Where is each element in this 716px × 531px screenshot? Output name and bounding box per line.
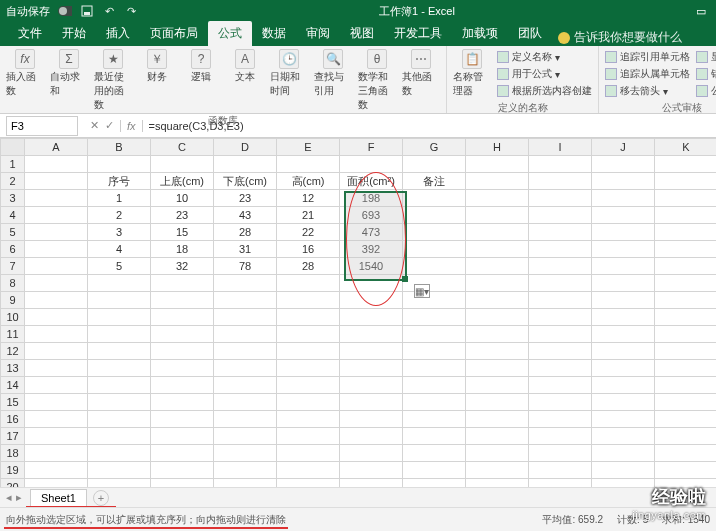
sheet-tab[interactable]: Sheet1 [30, 489, 87, 506]
sheet-nav-prev-icon[interactable]: ◂ [6, 491, 12, 504]
cell[interactable]: 上底(cm) [151, 173, 214, 190]
row-header[interactable]: 3 [1, 190, 25, 207]
fx-label-icon[interactable]: fx [120, 120, 143, 132]
col-header-K[interactable]: K [655, 139, 717, 156]
cancel-icon[interactable]: ✕ [90, 119, 99, 132]
row-header[interactable]: 10 [1, 309, 25, 326]
tab-addins[interactable]: 加载项 [452, 21, 508, 46]
cell[interactable]: 392 [340, 241, 403, 258]
tab-data[interactable]: 数据 [252, 21, 296, 46]
row-header[interactable]: 17 [1, 428, 25, 445]
autosave-toggle[interactable]: 自动保存 [6, 4, 50, 19]
autofill-options-button[interactable]: ▦▾ [414, 284, 430, 298]
trace-precedents-button[interactable]: 追踪引用单元格 [605, 49, 690, 65]
row-header[interactable]: 12 [1, 343, 25, 360]
tab-team[interactable]: 团队 [508, 21, 552, 46]
cell[interactable]: 4 [88, 241, 151, 258]
create-from-selection-button[interactable]: 根据所选内容创建 [497, 83, 592, 99]
row-header[interactable]: 18 [1, 445, 25, 462]
col-header-H[interactable]: H [466, 139, 529, 156]
cell[interactable]: 78 [214, 258, 277, 275]
tab-view[interactable]: 视图 [340, 21, 384, 46]
save-icon[interactable] [80, 4, 94, 18]
tab-home[interactable]: 开始 [52, 21, 96, 46]
cell[interactable]: 10 [151, 190, 214, 207]
row-header[interactable]: 16 [1, 411, 25, 428]
tab-pagelayout[interactable]: 页面布局 [140, 21, 208, 46]
cell[interactable]: 23 [151, 207, 214, 224]
row-header[interactable]: 15 [1, 394, 25, 411]
row-header[interactable]: 13 [1, 360, 25, 377]
cell[interactable]: 下底(cm) [214, 173, 277, 190]
tab-file[interactable]: 文件 [8, 21, 52, 46]
trace-dependents-button[interactable]: 追踪从属单元格 [605, 66, 690, 82]
enter-icon[interactable]: ✓ [105, 119, 114, 132]
ribbon-options-icon[interactable]: ▭ [696, 5, 706, 18]
cell[interactable]: 18 [151, 241, 214, 258]
row-header[interactable]: 4 [1, 207, 25, 224]
col-header-B[interactable]: B [88, 139, 151, 156]
cell[interactable]: 12 [277, 190, 340, 207]
cell[interactable]: 3 [88, 224, 151, 241]
col-header-G[interactable]: G [403, 139, 466, 156]
col-header-D[interactable]: D [214, 139, 277, 156]
tell-me[interactable]: 告诉我你想要做什么 [558, 29, 682, 46]
cell[interactable]: 1 [88, 190, 151, 207]
use-in-formula-button[interactable]: 用于公式 ▾ [497, 66, 592, 82]
insert-function-button[interactable]: fx插入函数 [6, 49, 44, 98]
col-header-E[interactable]: E [277, 139, 340, 156]
new-sheet-button[interactable]: + [93, 490, 109, 506]
tab-developer[interactable]: 开发工具 [384, 21, 452, 46]
formula-input[interactable]: =square(C3,D3,E3) [143, 120, 716, 132]
cell[interactable]: 5 [88, 258, 151, 275]
cell[interactable]: 28 [214, 224, 277, 241]
cell[interactable]: 序号 [88, 173, 151, 190]
cell[interactable]: 198 [340, 190, 403, 207]
more-fn-button[interactable]: ⋯其他函数 [402, 49, 440, 98]
select-all-corner[interactable] [1, 139, 25, 156]
row-header[interactable]: 19 [1, 462, 25, 479]
define-name-button[interactable]: 定义名称 ▾ [497, 49, 592, 65]
tab-insert[interactable]: 插入 [96, 21, 140, 46]
cell[interactable]: 1540 [340, 258, 403, 275]
error-check-button[interactable]: 错误检查 ▾ [696, 66, 716, 82]
name-manager-button[interactable]: 📋名称管理器 [453, 49, 491, 98]
remove-arrows-button[interactable]: 移去箭头 ▾ [605, 83, 690, 99]
redo-icon[interactable]: ↷ [124, 4, 138, 18]
cell[interactable]: 23 [214, 190, 277, 207]
row-header[interactable]: 1 [1, 156, 25, 173]
name-box[interactable]: F3 [6, 116, 78, 136]
row-header[interactable]: 8 [1, 275, 25, 292]
lookup-button[interactable]: 🔍查找与引用 [314, 49, 352, 98]
row-header[interactable]: 9 [1, 292, 25, 309]
cell[interactable]: 22 [277, 224, 340, 241]
autosave-switch-icon[interactable] [58, 4, 72, 18]
col-header-I[interactable]: I [529, 139, 592, 156]
cell[interactable]: 28 [277, 258, 340, 275]
row-header[interactable]: 2 [1, 173, 25, 190]
cell[interactable]: 31 [214, 241, 277, 258]
cell[interactable]: 备注 [403, 173, 466, 190]
cell[interactable]: 693 [340, 207, 403, 224]
tab-formulas[interactable]: 公式 [208, 21, 252, 46]
undo-icon[interactable]: ↶ [102, 4, 116, 18]
cell[interactable]: 32 [151, 258, 214, 275]
recent-fn-button[interactable]: ★最近使用的函数 [94, 49, 132, 112]
row-header[interactable]: 14 [1, 377, 25, 394]
tab-review[interactable]: 审阅 [296, 21, 340, 46]
cell[interactable]: 473 [340, 224, 403, 241]
text-button[interactable]: A文本 [226, 49, 264, 84]
datetime-button[interactable]: 🕒日期和时间 [270, 49, 308, 98]
row-header[interactable]: 6 [1, 241, 25, 258]
financial-button[interactable]: ￥财务 [138, 49, 176, 84]
row-header[interactable]: 11 [1, 326, 25, 343]
col-header-F[interactable]: F [340, 139, 403, 156]
evaluate-formula-button[interactable]: 公式求值 [696, 83, 716, 99]
logical-button[interactable]: ?逻辑 [182, 49, 220, 84]
sheet-nav-next-icon[interactable]: ▸ [16, 491, 22, 504]
col-header-J[interactable]: J [592, 139, 655, 156]
cell[interactable]: 2 [88, 207, 151, 224]
row-header[interactable]: 5 [1, 224, 25, 241]
show-formulas-button[interactable]: 显示公式 [696, 49, 716, 65]
col-header-C[interactable]: C [151, 139, 214, 156]
